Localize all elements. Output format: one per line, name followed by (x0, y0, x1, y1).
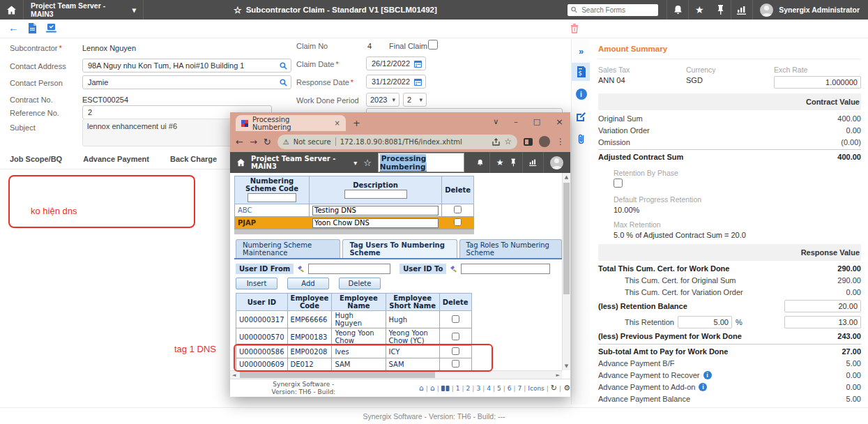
page-link[interactable]: 5 (497, 385, 501, 392)
reload-icon[interactable]: ↻ (264, 137, 271, 147)
exch-rate-input[interactable] (774, 76, 861, 89)
info-icon[interactable]: i (699, 383, 707, 391)
home-button[interactable] (0, 0, 24, 20)
page-link[interactable]: 4 (487, 385, 491, 392)
tab-tag-users[interactable]: Tag Users To Numbering Scheme (342, 239, 457, 258)
scroll-thumb[interactable] (563, 183, 570, 294)
pin-icon[interactable] (510, 158, 517, 167)
delete-record-button[interactable] (570, 23, 579, 33)
page-link[interactable]: 1 (456, 385, 460, 392)
window-menu-icon[interactable]: ∨ (493, 117, 498, 126)
icons-link[interactable]: Icons (528, 385, 545, 392)
bar-chart-icon[interactable] (529, 158, 537, 167)
tab-back-charge[interactable]: Back Charge (170, 151, 217, 169)
contact-person-input[interactable] (86, 77, 277, 87)
user-row[interactable]: U000000570 EMP00183 Yeong Yoon Chow Yeon… (236, 328, 472, 346)
home-shortcut-icon[interactable]: ⌂ (430, 384, 435, 393)
scroll-left-icon[interactable]: ◄ (232, 372, 236, 378)
delete-button[interactable]: Delete (339, 278, 381, 289)
user-menu[interactable]: Synergix Administrator (753, 0, 868, 20)
browser-back-icon[interactable]: ← (236, 137, 243, 147)
notifications-button[interactable] (667, 0, 688, 20)
work-done-year-select[interactable]: 2023▾ (366, 93, 399, 107)
star-outline-icon[interactable]: ☆ (363, 158, 372, 168)
home-shortcut-icon[interactable]: ⌂ (419, 384, 424, 393)
tab-scheme-maintenance[interactable]: Numbering Scheme Maintenance (236, 239, 340, 258)
scheme-row[interactable]: ABC (235, 204, 474, 217)
browser-forward-icon[interactable]: → (250, 137, 257, 147)
cards-icon[interactable] (441, 386, 450, 391)
calendar-icon[interactable] (414, 60, 422, 68)
work-done-period-select[interactable]: 2▾ (403, 93, 427, 107)
add-button[interactable]: Add (287, 278, 329, 289)
close-tab-icon[interactable]: × (335, 119, 340, 127)
server-name[interactable]: Project Team Server - MAIN3 (251, 155, 347, 170)
pin-button[interactable] (710, 0, 731, 20)
url-field[interactable]: ⚠ Not secure 172.18.0.90:8081/TH6/index.… (277, 135, 517, 149)
edit-panel-button[interactable] (572, 107, 591, 126)
scheme-description-input[interactable] (312, 206, 439, 215)
avatar[interactable] (550, 156, 563, 169)
document-button[interactable] (28, 23, 37, 33)
search-input[interactable] (580, 6, 655, 15)
refresh-icon[interactable]: ↻ (551, 384, 557, 393)
scheme-code-link[interactable]: PJAP (235, 217, 310, 229)
bell-icon[interactable] (477, 158, 483, 167)
user-id-from-input[interactable] (308, 264, 390, 274)
collapse-panel-button[interactable]: » (572, 42, 591, 60)
calendar-icon[interactable] (414, 78, 422, 86)
star-outline-icon[interactable]: ☆ (234, 5, 242, 15)
attachments-button[interactable] (572, 130, 591, 148)
lookup-icon[interactable] (280, 62, 287, 70)
torch-icon[interactable] (450, 265, 457, 273)
contact-address-input[interactable] (86, 61, 277, 70)
popup-title-box[interactable]: Processing Numbering (378, 153, 464, 172)
delete-checkbox[interactable] (452, 333, 459, 340)
amount-summary-button[interactable]: $ (572, 63, 591, 81)
description-filter[interactable] (344, 190, 407, 199)
table-scrollbar[interactable] (234, 229, 474, 234)
info-panel-button[interactable]: i (572, 85, 591, 103)
tab-tag-roles[interactable]: Tag Roles To Numbering Scheme (459, 239, 562, 258)
torch-icon[interactable] (297, 265, 305, 273)
claim-date-input[interactable] (370, 59, 411, 68)
vertical-scrollbar[interactable]: ▲ ▼ (562, 173, 570, 370)
insert-button[interactable]: Insert (236, 278, 277, 289)
favorites-button[interactable]: ★ (689, 0, 710, 20)
browser-menu-icon[interactable]: ⋮ (556, 137, 565, 146)
close-window-icon[interactable]: × (556, 116, 563, 127)
scroll-thumb[interactable] (240, 372, 435, 378)
dashboard-button[interactable] (731, 0, 752, 20)
claim-date-field[interactable] (366, 56, 426, 70)
response-date-input[interactable] (370, 77, 411, 86)
final-claim-checkbox[interactable] (428, 40, 438, 50)
browser-profile-avatar[interactable] (539, 136, 550, 147)
this-retention-input[interactable] (784, 316, 861, 328)
back-button[interactable]: ← (8, 22, 19, 33)
scroll-up-icon[interactable]: ▲ (563, 174, 570, 180)
page-link[interactable]: 3 (476, 385, 480, 392)
new-tab-button[interactable]: + (353, 118, 360, 128)
tab-advance-payment[interactable]: Advance Payment (83, 151, 149, 169)
response-date-field[interactable] (366, 75, 426, 89)
scroll-right-icon[interactable]: ► (556, 372, 560, 378)
user-row[interactable]: U000000317 EMP66666 Hugh Nguyen Hugh (236, 311, 472, 328)
delete-checkbox[interactable] (454, 206, 462, 213)
server-selector[interactable]: Project Team Server - MAIN3 ▾ (24, 0, 144, 20)
lookup-icon[interactable] (280, 79, 287, 86)
this-retention-pct-input[interactable] (678, 316, 732, 328)
retention-balance-input[interactable] (784, 300, 861, 312)
settings-gear-icon[interactable]: ⚙ (563, 384, 570, 393)
scheme-description-input[interactable] (312, 218, 439, 228)
contact-address-field[interactable] (82, 59, 291, 73)
delete-checkbox[interactable] (454, 218, 462, 226)
minimize-icon[interactable]: – (514, 117, 518, 126)
save-button[interactable] (46, 24, 56, 33)
retention-by-phase-checkbox[interactable] (614, 179, 623, 188)
maximize-icon[interactable]: □ (533, 117, 540, 126)
side-panel-icon[interactable] (524, 138, 533, 146)
share-icon[interactable] (492, 138, 500, 146)
delete-checkbox[interactable] (452, 315, 459, 323)
scheme-code-link[interactable]: ABC (235, 204, 310, 217)
scroll-down-icon[interactable]: ▼ (563, 363, 570, 369)
